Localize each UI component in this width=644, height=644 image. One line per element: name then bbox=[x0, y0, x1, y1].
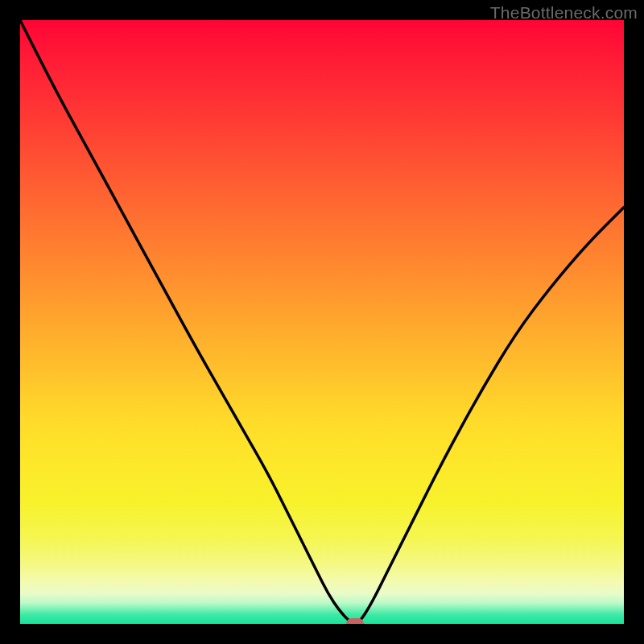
curve-path bbox=[20, 20, 624, 624]
chart-frame: TheBottleneck.com bbox=[0, 0, 644, 644]
plot-area bbox=[20, 20, 624, 624]
attribution-text: TheBottleneck.com bbox=[490, 3, 638, 23]
optimum-marker bbox=[346, 618, 364, 624]
bottleneck-curve bbox=[20, 20, 624, 624]
